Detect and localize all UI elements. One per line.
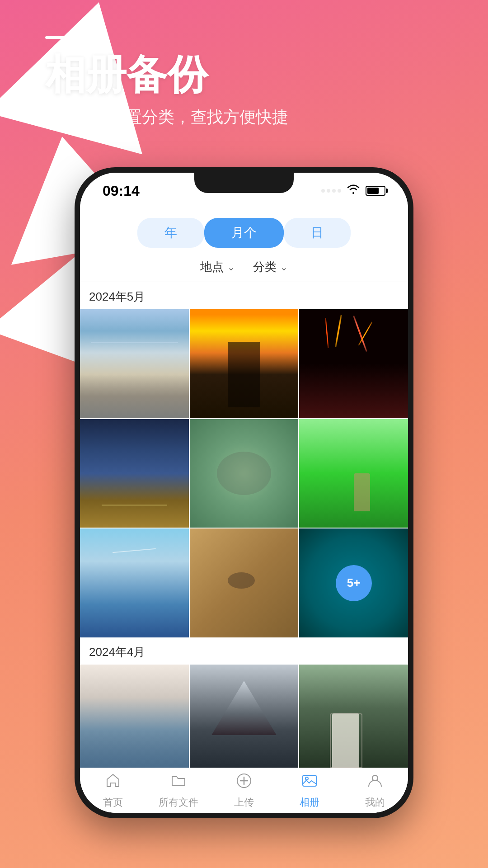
photo-item[interactable]	[80, 419, 189, 528]
battery-icon	[366, 186, 385, 196]
month-section-may: 2024年5月	[80, 282, 408, 637]
photo-grid-april	[80, 665, 408, 768]
bottom-nav: 首页 所有文件	[80, 768, 408, 813]
photo-item[interactable]	[190, 419, 299, 528]
photo-item[interactable]	[80, 665, 189, 768]
status-bar: 09:14	[80, 173, 408, 209]
photo-item[interactable]	[190, 665, 299, 768]
phone-outer: 09:14	[75, 167, 413, 818]
photo-item[interactable]	[299, 665, 408, 768]
signal-icon	[321, 189, 341, 193]
photo-item[interactable]: 5+	[299, 528, 408, 637]
photo-scroll-area: 2024年5月	[80, 282, 408, 768]
nav-item-album[interactable]: 相册	[277, 772, 343, 809]
more-overlay: 5+	[299, 528, 408, 637]
person-icon	[366, 772, 384, 793]
notch	[194, 173, 294, 193]
tab-year[interactable]: 年	[137, 218, 204, 248]
chevron-down-icon: ⌄	[227, 262, 235, 273]
page-subtitle: AI分类，位置分类，查找方便快捷	[45, 106, 288, 128]
app-content: 年 月个 日 地点 ⌄ 分类 ⌄	[80, 209, 408, 768]
folder-icon	[170, 772, 187, 793]
nav-item-profile[interactable]: 我的	[343, 772, 408, 809]
nav-label-home: 首页	[103, 796, 123, 809]
header-area: 相册备份 AI分类，位置分类，查找方便快捷	[45, 36, 288, 128]
phone-inner: 09:14	[80, 173, 408, 813]
filter-location-label: 地点	[200, 259, 224, 275]
status-time: 09:14	[103, 183, 140, 199]
photo-item[interactable]	[190, 528, 299, 637]
filter-category-label: 分类	[253, 259, 277, 275]
nav-label-profile: 我的	[365, 796, 385, 809]
nav-item-files[interactable]: 所有文件	[145, 772, 211, 809]
month-label-april: 2024年4月	[80, 637, 408, 665]
status-icons	[321, 184, 385, 198]
tab-day[interactable]: 日	[284, 218, 351, 248]
filter-bar: 地点 ⌄ 分类 ⌄	[80, 252, 408, 282]
photo-icon	[301, 772, 318, 793]
home-icon	[104, 772, 122, 793]
nav-label-files: 所有文件	[159, 796, 198, 809]
filter-category[interactable]: 分类 ⌄	[253, 259, 288, 275]
month-section-april: 2024年4月	[80, 637, 408, 768]
nav-item-home[interactable]: 首页	[80, 772, 145, 809]
more-count-badge: 5+	[336, 565, 372, 601]
svg-point-2	[305, 777, 308, 780]
filter-location[interactable]: 地点 ⌄	[200, 259, 235, 275]
photo-item[interactable]	[299, 419, 408, 528]
photo-item[interactable]	[80, 528, 189, 637]
tab-month[interactable]: 月个	[204, 218, 284, 248]
svg-rect-1	[303, 775, 316, 786]
tab-switcher: 年 月个 日	[80, 209, 408, 252]
wifi-icon	[347, 184, 360, 198]
photo-item[interactable]	[190, 309, 299, 418]
photo-item[interactable]	[299, 309, 408, 418]
nav-label-upload: 上传	[234, 796, 254, 809]
chevron-down-icon-2: ⌄	[280, 262, 288, 273]
month-label-may: 2024年5月	[80, 282, 408, 309]
plus-icon	[235, 772, 253, 793]
header-line	[45, 36, 99, 39]
nav-label-album: 相册	[300, 796, 319, 809]
page-title: 相册备份	[45, 52, 288, 97]
photo-item[interactable]	[80, 309, 189, 418]
nav-item-upload[interactable]: 上传	[211, 772, 277, 809]
photo-grid-may: 5+	[80, 309, 408, 637]
phone-mockup: 09:14	[75, 167, 413, 818]
